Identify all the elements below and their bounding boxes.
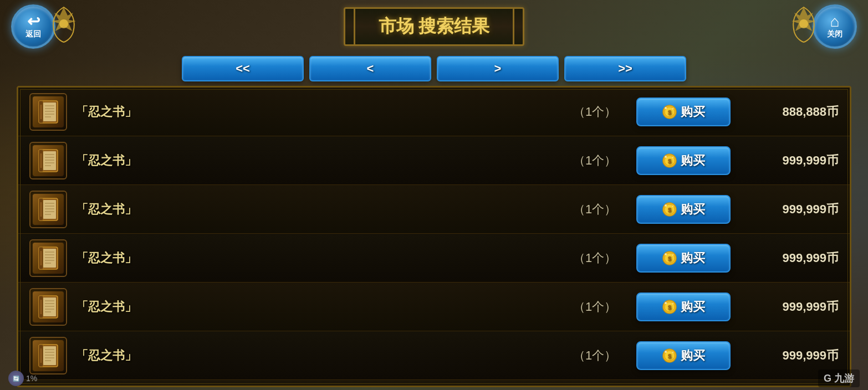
item-price: 999,999币 <box>739 201 839 218</box>
buy-label: 购买 <box>681 347 705 364</box>
items-table: 「忍之书」 （1个） $ 购买 888,888币 <box>18 88 850 386</box>
item-name: 「忍之书」 <box>76 201 561 218</box>
item-icon-wrapper <box>29 142 67 179</box>
item-icon-inner <box>33 145 64 176</box>
left-ornament <box>49 4 79 43</box>
item-price: 999,999币 <box>739 299 839 315</box>
book-icon <box>34 293 62 321</box>
item-icon-inner <box>33 96 64 127</box>
svg-rect-18 <box>43 151 56 170</box>
svg-text:$: $ <box>668 158 671 165</box>
first-page-button[interactable]: << <box>182 56 304 81</box>
coin-icon: $ <box>662 153 677 168</box>
back-icon: ↩ <box>27 14 40 29</box>
buy-label: 购买 <box>681 152 705 169</box>
close-button[interactable]: ⌂ 关闭 <box>813 4 857 49</box>
item-price: 999,999币 <box>739 250 839 266</box>
logo-badge: G 九游 <box>818 370 860 387</box>
svg-text:$: $ <box>668 109 671 116</box>
item-icon-wrapper <box>29 93 67 131</box>
buy-btn-wrapper: $ 购买 <box>628 292 739 321</box>
item-icon-wrapper <box>29 191 67 228</box>
item-name: 「忍之书」 <box>76 250 561 266</box>
item-icon-inner <box>33 194 64 225</box>
buy-btn-wrapper: $ 购买 <box>628 341 739 370</box>
svg-point-1 <box>799 19 808 28</box>
buy-btn-wrapper: $ 购买 <box>628 244 739 273</box>
svg-text:$: $ <box>668 207 671 213</box>
title-box: 市场 搜索结果 <box>55 7 813 46</box>
buy-btn-wrapper: $ 购买 <box>628 195 739 224</box>
percent-text: 1% <box>26 374 37 383</box>
book-icon <box>34 244 62 272</box>
buy-button[interactable]: $ 购买 <box>636 195 731 224</box>
book-icon <box>34 147 62 175</box>
item-name: 「忍之书」 <box>76 299 561 315</box>
svg-point-28 <box>665 156 667 158</box>
svg-text:$: $ <box>668 353 671 360</box>
buy-button[interactable]: $ 购买 <box>636 244 731 273</box>
item-price: 999,999币 <box>739 347 839 364</box>
table-row: 「忍之书」 （1个） $ 购买 888,888币 <box>18 88 850 136</box>
coin-icon: $ <box>662 348 677 363</box>
page-title: 市场 搜索结果 <box>379 16 490 36</box>
item-icon-wrapper <box>29 288 67 326</box>
coin-icon: $ <box>662 299 677 315</box>
table-row: 「忍之书」 （1个） $ 购买 999,999币 <box>18 136 850 185</box>
svg-rect-60 <box>43 297 56 316</box>
item-icon-wrapper <box>29 337 67 374</box>
top-bar: ↩ 返回 市场 搜索结果 ⌂ 关闭 <box>0 0 868 53</box>
svg-point-56 <box>665 253 667 255</box>
svg-point-14 <box>665 107 667 109</box>
svg-rect-74 <box>43 346 56 365</box>
svg-point-84 <box>665 351 667 353</box>
right-ornament <box>789 4 819 43</box>
book-icon <box>34 342 62 370</box>
buy-label: 购买 <box>681 250 705 266</box>
coin-icon: $ <box>662 202 677 217</box>
navigation-row: << < > >> <box>182 56 686 81</box>
table-row: 「忍之书」 （1个） $ 购买 999,999币 <box>18 283 850 331</box>
svg-text:$: $ <box>668 255 671 262</box>
buy-button[interactable]: $ 购买 <box>636 98 731 126</box>
item-icon-inner <box>33 340 64 371</box>
svg-point-0 <box>59 19 68 28</box>
item-qty: （1个） <box>561 250 628 266</box>
item-icon-wrapper <box>29 239 67 277</box>
bottom-bar: 🔄 1% G 九游 <box>8 370 860 387</box>
svg-point-29 <box>672 156 674 158</box>
item-price: 999,999币 <box>739 152 839 169</box>
svg-point-43 <box>672 205 674 207</box>
main-container: ↩ 返回 市场 搜索结果 ⌂ 关闭 << <box>0 0 868 390</box>
item-price: 888,888币 <box>739 104 839 120</box>
buy-button[interactable]: $ 购买 <box>636 146 731 175</box>
buy-label: 购买 <box>681 104 705 120</box>
table-row: 「忍之书」 （1个） $ 购买 999,999币 <box>18 234 850 283</box>
buy-label: 购买 <box>681 201 705 218</box>
item-qty: （1个） <box>561 347 628 364</box>
buy-button[interactable]: $ 购买 <box>636 292 731 321</box>
item-name: 「忍之书」 <box>76 152 561 169</box>
back-label: 返回 <box>25 29 41 39</box>
svg-point-15 <box>672 107 674 109</box>
item-name: 「忍之书」 <box>76 347 561 364</box>
buy-button[interactable]: $ 购买 <box>636 341 731 370</box>
svg-point-85 <box>672 351 674 353</box>
svg-rect-4 <box>43 102 56 121</box>
content-panel: 「忍之书」 （1个） $ 购买 888,888币 <box>17 86 851 387</box>
coin-icon: $ <box>662 250 677 266</box>
item-qty: （1个） <box>561 299 628 315</box>
close-icon: ⌂ <box>830 14 840 29</box>
svg-rect-32 <box>43 200 56 219</box>
buy-btn-wrapper: $ 购买 <box>628 146 739 175</box>
svg-point-42 <box>665 204 667 207</box>
item-icon-inner <box>33 243 64 274</box>
title-frame: 市场 搜索结果 <box>344 7 525 46</box>
svg-rect-46 <box>43 249 56 268</box>
next-page-button[interactable]: > <box>437 56 559 81</box>
item-qty: （1个） <box>561 104 628 120</box>
item-name: 「忍之书」 <box>76 104 561 120</box>
last-page-button[interactable]: >> <box>564 56 686 81</box>
prev-page-button[interactable]: < <box>309 56 431 81</box>
buy-label: 购买 <box>681 299 705 315</box>
